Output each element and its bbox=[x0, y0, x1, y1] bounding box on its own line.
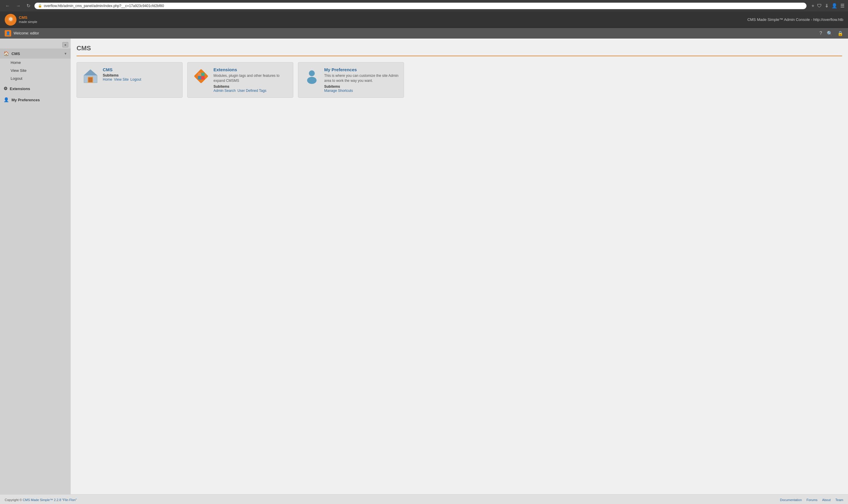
cards-row: CMS Subitems Home View Site Logout bbox=[76, 62, 842, 98]
my-preferences-card-title: My Preferences bbox=[324, 67, 399, 72]
user-bar-icon: 👤 bbox=[5, 30, 11, 36]
cms-card-title: CMS bbox=[103, 67, 178, 72]
sidebar-section-cms: 🏠 CMS ▼ Home View Site Logout bbox=[0, 49, 71, 83]
title-divider bbox=[76, 56, 842, 56]
footer-copyright-link[interactable]: CMS Made Simple™ 2.2.8 "Flin Flon" bbox=[23, 498, 76, 502]
svg-text:⚙: ⚙ bbox=[9, 17, 13, 21]
url-text: overflow.htb/admin_cms_panel/admin/index… bbox=[44, 4, 803, 8]
extensions-card-info: Extensions Modules, plugin tags and othe… bbox=[214, 67, 288, 93]
back-button[interactable]: ← bbox=[3, 3, 12, 9]
footer-link-team[interactable]: Team bbox=[835, 498, 843, 502]
my-preferences-card-subitems-label: Subitems bbox=[324, 85, 399, 89]
extensions-card-description: Modules, plugin tags and other features … bbox=[214, 73, 288, 83]
my-preferences-card-link-manage-shortcuts[interactable]: Manage Shortcuts bbox=[324, 89, 353, 93]
sidebar-section-cms-header[interactable]: 🏠 CMS ▼ bbox=[0, 49, 71, 58]
svg-rect-9 bbox=[198, 76, 201, 79]
logo-text: CMS made simple bbox=[19, 15, 37, 24]
sidebar-section-extensions-header[interactable]: ⚙ Extensions bbox=[0, 84, 71, 94]
svg-rect-8 bbox=[201, 72, 205, 76]
forward-button[interactable]: → bbox=[14, 3, 22, 9]
home-icon: 🏠 bbox=[3, 51, 9, 56]
lock-icon: 🔒 bbox=[38, 4, 42, 8]
sidebar-preferences-label: My Preferences bbox=[12, 98, 40, 102]
svg-point-11 bbox=[309, 70, 315, 76]
cms-card-link-home[interactable]: Home bbox=[103, 77, 112, 82]
extensions-icon: ⚙ bbox=[3, 86, 7, 91]
main-layout: « 🏠 CMS ▼ Home View Site Logout ⚙ Extens bbox=[0, 39, 848, 494]
svg-rect-7 bbox=[198, 72, 201, 76]
content-area: CMS CMS bbox=[71, 39, 848, 494]
bookmark-icon[interactable]: ★ bbox=[811, 3, 815, 8]
cms-card: CMS Subitems Home View Site Logout bbox=[76, 62, 183, 98]
sidebar-cms-label: CMS bbox=[12, 52, 20, 56]
extensions-card-link-user-defined-tags[interactable]: User Defined Tags bbox=[237, 89, 267, 93]
cms-card-link-view-site[interactable]: View Site bbox=[114, 77, 129, 82]
extensions-card-subitems-label: Subitems bbox=[214, 85, 288, 89]
shield-icon[interactable]: 🛡 bbox=[817, 3, 822, 8]
profile-icon[interactable]: 👤 bbox=[831, 3, 837, 8]
search-icon[interactable]: 🔍 bbox=[827, 31, 833, 36]
svg-rect-10 bbox=[201, 76, 205, 79]
extensions-card-links: Admin Search User Defined Tags bbox=[214, 89, 288, 93]
help-icon[interactable]: ? bbox=[819, 31, 822, 36]
footer-copyright: Copyright © CMS Made Simple™ 2.2.8 "Flin… bbox=[5, 498, 77, 502]
sidebar-item-home[interactable]: Home bbox=[0, 58, 71, 67]
extensions-card-header: Extensions Modules, plugin tags and othe… bbox=[192, 67, 288, 93]
extensions-card-icon bbox=[192, 67, 210, 85]
cms-card-icon bbox=[82, 67, 99, 85]
welcome-text: Welcome: editor bbox=[14, 31, 39, 35]
cms-logo-icon: ⚙ bbox=[5, 14, 17, 25]
cms-card-links: Home View Site Logout bbox=[103, 77, 178, 82]
my-preferences-card-header: My Preferences This is where you can cus… bbox=[303, 67, 399, 93]
menu-icon[interactable]: ☰ bbox=[840, 3, 845, 8]
sidebar-section-preferences-header[interactable]: 👤 My Preferences bbox=[0, 95, 71, 105]
footer-links: Documentation Forums About Team bbox=[780, 498, 843, 502]
browser-chrome: ← → ↻ 🔒 overflow.htb/admin_cms_panel/adm… bbox=[0, 0, 848, 12]
cms-card-info: CMS Subitems Home View Site Logout bbox=[103, 67, 178, 82]
extensions-card-link-admin-search[interactable]: Admin Search bbox=[214, 89, 236, 93]
footer-link-forums[interactable]: Forums bbox=[807, 498, 817, 502]
my-preferences-card-links: Manage Shortcuts bbox=[324, 89, 399, 93]
preferences-icon: 👤 bbox=[3, 97, 9, 103]
svg-rect-5 bbox=[88, 77, 92, 82]
lock-icon[interactable]: 🔒 bbox=[837, 31, 843, 36]
sidebar-extensions-label: Extensions bbox=[10, 87, 30, 91]
my-preferences-card-icon bbox=[303, 67, 321, 85]
sidebar-item-view-site[interactable]: View Site bbox=[0, 67, 71, 74]
sidebar-section-my-preferences: 👤 My Preferences bbox=[0, 95, 71, 105]
footer: Copyright © CMS Made Simple™ 2.2.8 "Flin… bbox=[0, 494, 848, 504]
user-bar-left: 👤 Welcome: editor bbox=[5, 30, 75, 36]
my-preferences-card-description: This is where you can customize the site… bbox=[324, 73, 399, 83]
svg-point-12 bbox=[307, 77, 317, 84]
extensions-card-title: Extensions bbox=[214, 67, 288, 72]
sidebar: « 🏠 CMS ▼ Home View Site Logout ⚙ Extens bbox=[0, 39, 71, 494]
my-preferences-card-info: My Preferences This is where you can cus… bbox=[324, 67, 399, 93]
page-title: CMS bbox=[76, 44, 842, 52]
footer-link-documentation[interactable]: Documentation bbox=[780, 498, 802, 502]
cms-card-link-logout[interactable]: Logout bbox=[130, 77, 141, 82]
app-header: ⚙ CMS made simple CMS Made Simple™ Admin… bbox=[0, 12, 848, 28]
sidebar-section-extensions: ⚙ Extensions bbox=[0, 84, 71, 94]
download-icon[interactable]: ⇓ bbox=[825, 3, 829, 8]
extensions-card: Extensions Modules, plugin tags and othe… bbox=[187, 62, 293, 98]
browser-action-icons: 🛡 ⇓ 👤 ☰ bbox=[817, 3, 845, 8]
address-bar[interactable]: 🔒 overflow.htb/admin_cms_panel/admin/ind… bbox=[34, 3, 807, 9]
footer-link-about[interactable]: About bbox=[822, 498, 831, 502]
cms-card-subitems-label: Subitems bbox=[103, 73, 178, 77]
header-title: CMS Made Simple™ Admin Console - http://… bbox=[75, 17, 843, 22]
sidebar-item-logout[interactable]: Logout bbox=[0, 74, 71, 83]
sidebar-collapse-button[interactable]: « bbox=[62, 42, 68, 48]
svg-marker-3 bbox=[84, 70, 97, 75]
refresh-button[interactable]: ↻ bbox=[25, 2, 32, 9]
cms-card-header: CMS Subitems Home View Site Logout bbox=[82, 67, 178, 85]
logo-area: ⚙ CMS made simple bbox=[5, 14, 75, 25]
sidebar-collapse-area: « bbox=[0, 41, 71, 49]
user-bar: 👤 Welcome: editor ? 🔍 🔒 bbox=[0, 28, 848, 39]
user-bar-actions: ? 🔍 🔒 bbox=[75, 31, 843, 36]
my-preferences-card: My Preferences This is where you can cus… bbox=[298, 62, 404, 98]
chevron-down-icon: ▼ bbox=[64, 52, 67, 55]
